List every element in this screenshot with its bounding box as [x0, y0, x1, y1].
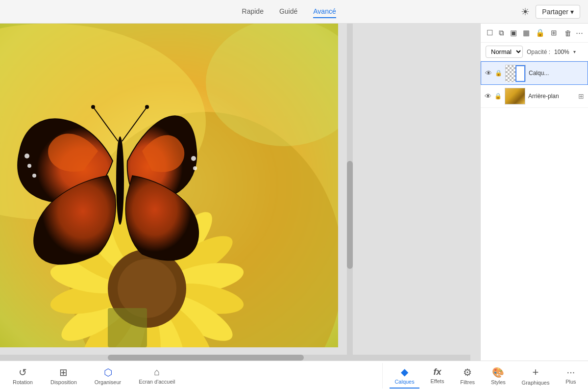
opacity-label: Opacité :: [527, 49, 550, 55]
svg-point-30: [116, 136, 124, 225]
home-icon: ⌂: [154, 366, 160, 378]
bottom-tool-rotation[interactable]: ↺ Rotation: [4, 364, 42, 388]
layer-name-background: Arrière-plan: [528, 93, 575, 100]
blend-mode-select[interactable]: Normal: [486, 46, 523, 58]
svg-point-32: [91, 105, 95, 109]
lock-layer-icon[interactable]: 🔒: [535, 27, 546, 38]
effets-label: Effets: [430, 378, 444, 384]
tab-rapide[interactable]: Rapide: [242, 5, 264, 18]
share-button[interactable]: Partager ▾: [536, 5, 580, 19]
bottom-tool-home[interactable]: ⌂ Ecran d'accueil: [130, 364, 184, 388]
bottom-toolbar: ↺ Rotation ⊞ Disposition ⬡ Organiseur ⌂ …: [0, 361, 588, 390]
more-options-icon[interactable]: ⋯: [576, 28, 583, 37]
group-layer-icon[interactable]: ▣: [509, 27, 518, 38]
effets-icon: fx: [433, 367, 441, 377]
share-button-label: Partager: [542, 8, 568, 16]
duplicate-layer-icon[interactable]: ⧉: [498, 27, 505, 38]
bottom-right-tools: ◆ Calques fx Effets ⚙ Filtres 🎨 Styles +…: [382, 363, 588, 389]
bottom-left-tools: ↺ Rotation ⊞ Disposition ⬡ Organiseur ⌂ …: [0, 364, 382, 388]
layers-list: 👁 🔒 Calqu... 👁 🔒 Arrière-plan ⊞: [481, 61, 588, 361]
svg-point-26: [27, 164, 31, 168]
canvas-content: [0, 24, 338, 347]
svg-rect-24: [108, 308, 147, 347]
right-panel: ☐ ⧉ ▣ ▦ 🔒 ⊞ 🗑 ⋯ Normal Opacité : 100% ▾ …: [480, 24, 588, 361]
checkerboard-icon[interactable]: ⊞: [550, 27, 558, 38]
svg-point-27: [32, 174, 36, 178]
styles-icon: 🎨: [492, 366, 504, 378]
opacity-chevron-icon[interactable]: ▾: [573, 49, 576, 54]
layer-visibility-icon-bg[interactable]: 👁: [485, 92, 491, 100]
rotation-icon: ↺: [19, 366, 27, 378]
styles-label: Styles: [491, 379, 506, 385]
bottom-tool-calques[interactable]: ◆ Calques: [390, 363, 419, 389]
vertical-scrollbar-thumb[interactable]: [347, 161, 353, 269]
merge-layer-icon[interactable]: ▦: [522, 27, 531, 38]
layer-lock-icon-bg[interactable]: 🔒: [494, 93, 502, 100]
layer-thumb-right: [515, 65, 525, 82]
layer-item-calque[interactable]: 👁 🔒 Calqu...: [481, 61, 588, 85]
disposition-label: Disposition: [50, 379, 77, 385]
chevron-down-icon: ▾: [570, 8, 574, 16]
layer-grid-icon: ⊞: [578, 92, 584, 100]
calques-icon: ◆: [401, 366, 408, 378]
organiseur-label: Organiseur: [95, 379, 121, 385]
tab-avance[interactable]: Avancé: [313, 5, 336, 18]
opacity-value: 100%: [554, 49, 569, 55]
layer-controls: Normal Opacité : 100% ▾: [481, 43, 588, 61]
horizontal-scrollbar-thumb[interactable]: [108, 355, 304, 361]
delete-layer-icon[interactable]: 🗑: [564, 29, 572, 37]
bottom-tool-organiseur[interactable]: ⬡ Organiseur: [86, 364, 130, 388]
canvas-area[interactable]: [0, 24, 480, 361]
calques-label: Calques: [394, 379, 414, 385]
brightness-icon[interactable]: ☀: [521, 6, 530, 18]
new-layer-icon[interactable]: ☐: [486, 27, 494, 38]
rotation-label: Rotation: [13, 379, 33, 385]
home-label: Ecran d'accueil: [139, 379, 175, 385]
svg-point-29: [193, 166, 197, 170]
nav-tabs: Rapide Guidé Avancé: [57, 5, 521, 18]
tab-guide[interactable]: Guidé: [279, 5, 297, 18]
layer-name-calque: Calqu...: [529, 70, 584, 77]
panel-toolbar: ☐ ⧉ ▣ ▦ 🔒 ⊞ 🗑 ⋯: [481, 24, 588, 43]
svg-point-28: [191, 156, 196, 161]
filtres-label: Filtres: [460, 379, 475, 385]
bottom-tool-plus[interactable]: ··· Plus: [561, 364, 581, 388]
layer-thumb-left: [506, 65, 515, 82]
layer-visibility-icon[interactable]: 👁: [485, 69, 492, 77]
plus-label: Plus: [565, 379, 576, 385]
layer-lock-icon[interactable]: 🔒: [495, 70, 502, 77]
bottom-tool-styles[interactable]: 🎨 Styles: [486, 364, 511, 388]
layer-thumbnail-background: [505, 88, 525, 104]
disposition-icon: ⊞: [59, 366, 68, 378]
bottom-tool-filtres[interactable]: ⚙ Filtres: [455, 364, 480, 388]
horizontal-scrollbar[interactable]: [0, 355, 470, 361]
layer-thumbnail-calque: [505, 65, 526, 81]
top-navigation: Rapide Guidé Avancé ☀ Partager ▾: [0, 0, 588, 24]
graphiques-label: Graphiques: [522, 380, 550, 386]
vertical-scrollbar[interactable]: [347, 24, 353, 361]
layer-item-background[interactable]: 👁 🔒 Arrière-plan ⊞: [481, 85, 588, 108]
main-content: ☐ ⧉ ▣ ▦ 🔒 ⊞ 🗑 ⋯ Normal Opacité : 100% ▾ …: [0, 24, 588, 361]
plus-icon: ···: [567, 366, 575, 378]
bottom-tool-effets[interactable]: fx Effets: [425, 364, 449, 387]
bottom-tool-disposition[interactable]: ⊞ Disposition: [42, 364, 86, 388]
canvas-image: [0, 24, 338, 347]
filtres-icon: ⚙: [463, 366, 472, 378]
graphiques-icon: +: [533, 366, 539, 379]
bottom-tool-graphiques[interactable]: + Graphiques: [517, 363, 555, 389]
organiseur-icon: ⬡: [104, 366, 112, 378]
svg-point-34: [145, 105, 149, 109]
svg-point-25: [24, 154, 29, 158]
nav-right-actions: ☀ Partager ▾: [521, 5, 580, 19]
